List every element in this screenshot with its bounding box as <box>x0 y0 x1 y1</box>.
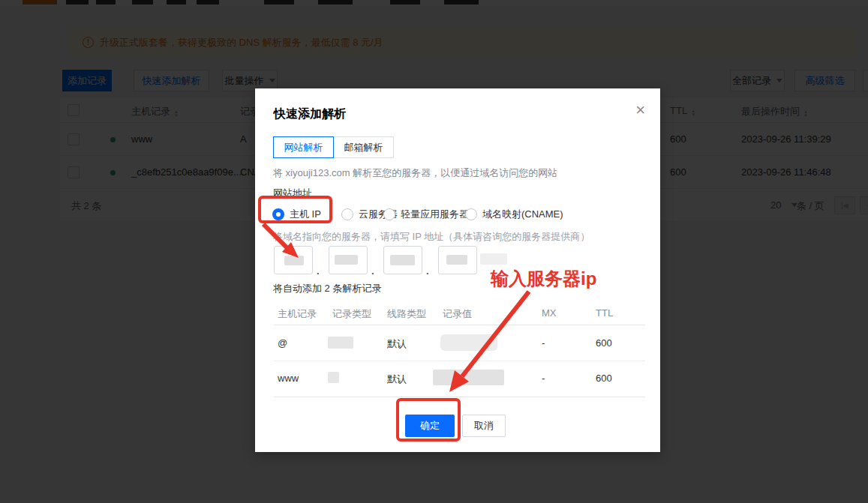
ip-octet-input-2[interactable] <box>329 246 368 274</box>
tab-mail-resolution[interactable]: 邮箱解析 <box>333 136 394 158</box>
quick-add-dialog: 快速添加解析 × 网站解析 邮箱解析 将 xiyouji123.com 解析至您… <box>255 88 660 452</box>
pt-col-host: 主机记录 <box>278 307 317 321</box>
redacted-value <box>390 255 415 265</box>
ip-dot: . <box>426 265 429 277</box>
tab-label: 邮箱解析 <box>344 141 383 154</box>
pt-row-ttl: 600 <box>596 373 612 384</box>
pt-row-line: 默认 <box>387 337 407 351</box>
ip-octet-input-1[interactable] <box>274 246 313 274</box>
pt-row-ttl: 600 <box>596 337 612 349</box>
pt-row-host: www <box>278 373 299 384</box>
annotation-box-host-ip <box>258 196 332 223</box>
annotation-note-text: 输入服务器ip <box>491 267 596 291</box>
tab-website-resolution[interactable]: 网站解析 <box>273 136 334 158</box>
redacted-value <box>284 256 304 265</box>
annotation-box-confirm <box>396 398 461 442</box>
redacted-value <box>433 370 504 385</box>
ip-hint-text: 将域名指向您的服务器，请填写 IP 地址（具体请咨询您的服务器提供商） <box>273 230 590 244</box>
dialog-description: 将 xiyouji123.com 解析至您的服务器，以便通过域名访问您的网站 <box>273 166 557 180</box>
radio-label: 轻量应用服务器 <box>401 208 469 221</box>
ip-dot: . <box>371 265 374 277</box>
divider <box>274 361 645 361</box>
redacted-value <box>446 255 467 265</box>
ip-octet-input-4[interactable] <box>438 246 477 274</box>
pt-col-ttl: TTL <box>596 307 613 319</box>
radio-icon <box>383 208 395 220</box>
dialog-title: 快速添加解析 <box>274 106 346 122</box>
radio-icon <box>341 208 353 220</box>
auto-add-note: 将自动添加 2 条解析记录 <box>273 282 381 295</box>
pt-row-mx: - <box>542 337 545 349</box>
pt-col-mx: MX <box>542 307 557 319</box>
pt-row-line: 默认 <box>387 373 407 386</box>
redacted-value <box>328 337 353 349</box>
redacted-value <box>335 255 358 265</box>
pt-row-host: @ <box>278 337 287 349</box>
cancel-button[interactable]: 取消 <box>462 415 506 437</box>
radio-icon <box>465 208 477 220</box>
page-root: ! 升级正式版套餐，获得更极致的 DNS 解析服务，最低仅需 8 元/月 添加记… <box>0 0 868 503</box>
pt-col-line: 线路类型 <box>387 307 426 321</box>
redacted-value <box>328 372 339 383</box>
pt-col-value: 记录值 <box>443 307 472 321</box>
tab-label: 网站解析 <box>284 141 323 154</box>
radio-lighthouse-server[interactable]: 轻量应用服务器 <box>383 208 469 221</box>
pt-col-type: 记录类型 <box>332 307 371 321</box>
ip-dot: . <box>317 265 320 277</box>
divider <box>274 397 645 397</box>
radio-cname-mapping[interactable]: 域名映射(CNAME) <box>465 208 563 221</box>
ip-octet-input-3[interactable] <box>383 246 422 274</box>
pt-row-mx: - <box>542 373 545 384</box>
divider <box>274 325 645 325</box>
cancel-label: 取消 <box>474 419 494 433</box>
redacted-value <box>480 253 507 265</box>
redacted-value <box>440 334 497 351</box>
radio-label: 域名映射(CNAME) <box>482 208 563 221</box>
close-icon[interactable]: × <box>635 102 645 118</box>
